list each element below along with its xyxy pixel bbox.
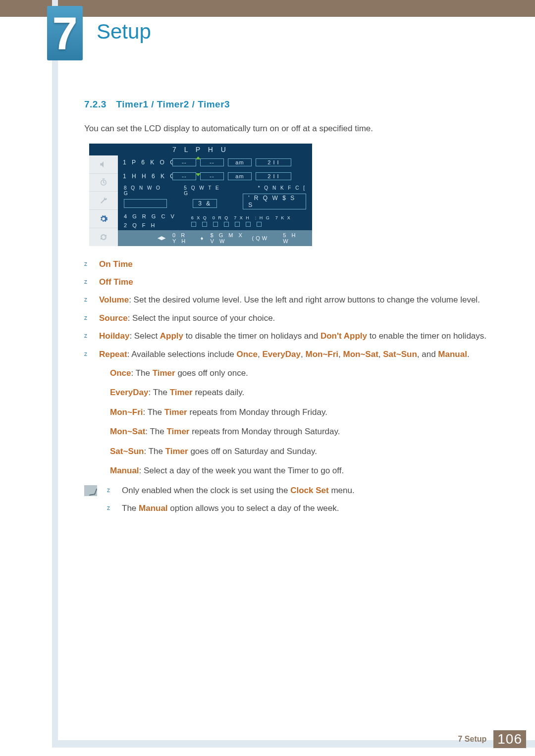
note-icon <box>84 485 97 496</box>
page-number: 106 <box>493 730 526 748</box>
note-item: z Only enabled when the clock is set usi… <box>107 484 355 497</box>
text-volume: : Set the desired volume level. Use the … <box>129 295 480 304</box>
osd-pc-label: 3 & <box>193 199 217 208</box>
osd-body: 1 P 6 K O G -- -- am 2 I I 1 H H 6 K O G… <box>89 155 312 246</box>
osd-check <box>235 222 240 227</box>
osd-ontime-label: 1 P 6 K O G <box>123 159 168 166</box>
note-item: z The Manual option allows you to select… <box>107 502 355 515</box>
kw-manual-note: Manual <box>139 504 168 513</box>
kw-volume: Volume <box>99 295 129 304</box>
osd-days-block: 6 X Q 0 R Q 7 X H : H G 7 K X <box>191 213 291 228</box>
t: : The <box>144 447 165 456</box>
osd-footer-move: 0 R Y H <box>172 232 194 244</box>
osd-arrows <box>196 156 201 176</box>
kw-timer: Timer <box>170 388 193 397</box>
t: The <box>122 504 139 513</box>
osd-check <box>246 222 251 227</box>
osd-day: 7 K X <box>275 215 291 220</box>
kw-sub-monsat: Mon~Sat <box>110 427 145 436</box>
osd-volume-bar <box>124 199 167 208</box>
osd-footer: ◀▶ 0 R Y H ♦ $ G M X V W (QW 5 H W <box>118 230 312 246</box>
osd-screenshot: 7 L P H U 1 P 6 K O G -- -- am <box>89 144 312 246</box>
bullet-offtime: z Off Time <box>84 276 505 289</box>
kw-timer: Timer <box>153 368 175 378</box>
sub-once: Once: The Timer goes off only once. <box>110 367 505 380</box>
t: : The <box>143 407 164 417</box>
kw-apply: Apply <box>160 331 183 341</box>
osd-footer-adjust: $ G M X V W <box>210 232 245 244</box>
kw-clockset: Clock Set <box>290 486 328 495</box>
t: goes off only once. <box>175 368 248 378</box>
osd-col-pc: 5 Q W T E G 3 & <box>184 185 226 209</box>
osd-ontime-state: 2 I I <box>256 158 291 166</box>
arrow-up-icon <box>196 156 201 159</box>
t: goes off on Saturday and Sunday. <box>188 447 317 456</box>
t: : The <box>131 368 153 378</box>
section-heading: 7.2.3 Timer1 / Timer2 / Timer3 <box>84 99 505 110</box>
osd-ontime-mm: -- <box>200 158 224 166</box>
osd-offtime-state: 2 I I <box>256 172 291 180</box>
chapter-badge: 7 <box>47 6 83 60</box>
osd-panel: 1 P 6 K O G -- -- am 2 I I 1 H H 6 K O G… <box>118 155 312 246</box>
adjust-arrows-icon: ♦ <box>201 235 204 241</box>
kw-repeat: Repeat <box>99 350 127 359</box>
kw-dontapply: Don't Apply <box>321 331 367 341</box>
kw-holiday: Hoilday <box>99 331 129 341</box>
t: Only enabled when the clock is set using… <box>122 486 290 495</box>
osd-check <box>191 222 196 227</box>
text-repeat-and: , and <box>417 350 438 359</box>
osd-offtime-hh: -- <box>172 172 196 180</box>
kw-manual: Manual <box>438 350 467 359</box>
kw-ontime: On Time <box>99 259 133 269</box>
t: repeats from Monday through Saturday. <box>189 427 340 436</box>
osd-offtime-ampm: am <box>228 172 252 180</box>
osd-source-label: 5 Q W T E G <box>184 185 226 196</box>
bullet-holiday: z Hoilday: Select Apply to disable the t… <box>84 330 505 343</box>
chapter-number: 7 <box>52 7 77 59</box>
t: repeats from Monday through Friday. <box>187 407 327 417</box>
bullet-ontime: z On Time <box>84 258 505 271</box>
bullet-volume: z Volume: Set the desired volume level. … <box>84 294 505 306</box>
kw-sub-manual: Manual <box>110 466 139 475</box>
osd-day: 6 X Q <box>191 215 208 220</box>
bullet-icon: z <box>84 276 90 289</box>
osd-check <box>213 222 218 227</box>
t: repeats daily. <box>193 388 245 397</box>
osd-footer-return: 5 H W <box>283 232 299 244</box>
osd-check <box>257 222 262 227</box>
osd-footer-enter: (QW <box>252 235 269 241</box>
osd-row-ontime: 1 P 6 K O G -- -- am 2 I I <box>118 155 312 169</box>
sub-satsun: Sat~Sun: The Timer goes off on Saturday … <box>110 445 505 458</box>
bullet-icon: z <box>84 312 90 325</box>
osd-row-offtime: 1 H H 6 K O G -- -- am 2 I I <box>118 169 312 183</box>
osd-repeat-block: 4 G R G C V 2 Q F H <box>124 213 176 228</box>
text-repeat-tail: . <box>467 350 470 359</box>
kw-offtime: Off Time <box>99 277 133 287</box>
t: : The <box>145 427 166 436</box>
text-holiday-pre: : Select <box>129 331 160 341</box>
bullet-icon: z <box>84 258 90 271</box>
bullet-repeat: z Repeat: Available selections include O… <box>84 348 505 361</box>
t: : The <box>149 388 170 397</box>
kw-sub-once: Once <box>110 368 131 378</box>
bullet-icon: z <box>107 484 113 497</box>
bullet-icon: z <box>107 502 113 515</box>
osd-ontime-ampm: am <box>228 158 252 166</box>
cycle-icon <box>99 233 108 242</box>
osd-day: 0 R Q <box>213 215 229 220</box>
note-list: z Only enabled when the clock is set usi… <box>107 484 355 520</box>
arrow-down-icon <box>196 173 201 176</box>
osd-col-volume: 8 Q N W O G <box>124 185 167 209</box>
bullet-icon: z <box>84 348 90 361</box>
clock-icon <box>99 178 108 187</box>
t: menu. <box>329 486 355 495</box>
kw-once: Once <box>237 350 258 359</box>
content-area: 7.2.3 Timer1 / Timer2 / Timer3 You can s… <box>84 99 505 520</box>
osd-icon-cell <box>89 210 118 228</box>
bullet-icon: z <box>84 330 90 343</box>
osd-col-holiday: * Q N K F C [ ' R Q W $ S S <box>243 185 306 209</box>
osd-day-checks <box>191 222 291 227</box>
kw-source: Source <box>99 313 128 323</box>
intro-paragraph: You can set the LCD display to automatic… <box>84 123 505 135</box>
text-holiday-mid: to disable the timer on holidays and <box>183 331 321 341</box>
